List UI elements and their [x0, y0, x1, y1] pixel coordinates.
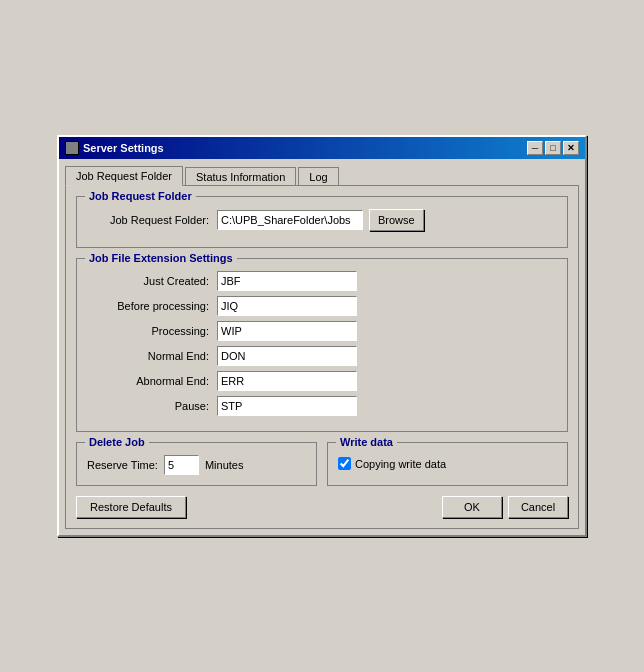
minutes-label: Minutes [205, 459, 244, 471]
job-request-folder-group: Job Request Folder Job Request Folder: B… [76, 196, 568, 248]
abnormal-end-row: Abnormal End: [87, 371, 557, 391]
before-processing-input[interactable] [217, 296, 357, 316]
processing-row: Processing: [87, 321, 557, 341]
title-bar-left: Server Settings [65, 141, 164, 155]
ok-button[interactable]: OK [442, 496, 502, 518]
ok-cancel-buttons: OK Cancel [442, 496, 568, 518]
job-file-extension-group: Job File Extension Settings Just Created… [76, 258, 568, 432]
browse-button[interactable]: Browse [369, 209, 424, 231]
normal-end-input[interactable] [217, 346, 357, 366]
normal-end-row: Normal End: [87, 346, 557, 366]
job-request-folder-content: Job Request Folder: Browse [87, 209, 557, 231]
tab-log[interactable]: Log [298, 167, 338, 186]
cancel-button[interactable]: Cancel [508, 496, 568, 518]
abnormal-end-label: Abnormal End: [87, 375, 217, 387]
processing-label: Processing: [87, 325, 217, 337]
copying-write-data-row: Copying write data [338, 457, 557, 470]
before-processing-row: Before processing: [87, 296, 557, 316]
just-created-row: Just Created: [87, 271, 557, 291]
maximize-button[interactable]: □ [545, 141, 561, 155]
server-settings-window: Server Settings ─ □ ✕ Job Request Folder… [57, 135, 587, 537]
before-processing-label: Before processing: [87, 300, 217, 312]
write-data-group: Write data Copying write data [327, 442, 568, 486]
copying-write-data-checkbox[interactable] [338, 457, 351, 470]
just-created-input[interactable] [217, 271, 357, 291]
job-request-folder-label: Job Request Folder [85, 190, 196, 202]
window-body: Job Request Folder Status Information Lo… [59, 159, 585, 535]
tab-job-request-folder[interactable]: Job Request Folder [65, 166, 183, 186]
window-icon [65, 141, 79, 155]
restore-defaults-button[interactable]: Restore Defaults [76, 496, 186, 518]
title-bar: Server Settings ─ □ ✕ [59, 137, 585, 159]
tab-content: Job Request Folder Job Request Folder: B… [65, 185, 579, 529]
delete-job-label: Delete Job [85, 436, 149, 448]
normal-end-label: Normal End: [87, 350, 217, 362]
window-title: Server Settings [83, 142, 164, 154]
tab-bar: Job Request Folder Status Information Lo… [65, 165, 579, 185]
reserve-time-label: Reserve Time: [87, 459, 158, 471]
minimize-button[interactable]: ─ [527, 141, 543, 155]
reserve-time-row: Reserve Time: Minutes [87, 455, 306, 475]
close-button[interactable]: ✕ [563, 141, 579, 155]
folder-label: Job Request Folder: [87, 214, 217, 226]
processing-input[interactable] [217, 321, 357, 341]
folder-row: Job Request Folder: Browse [87, 209, 557, 231]
pause-row: Pause: [87, 396, 557, 416]
pause-input[interactable] [217, 396, 357, 416]
write-data-label: Write data [336, 436, 397, 448]
title-buttons: ─ □ ✕ [527, 141, 579, 155]
reserve-time-input[interactable] [164, 455, 199, 475]
restore-defaults-area: Restore Defaults [76, 496, 186, 518]
abnormal-end-input[interactable] [217, 371, 357, 391]
pause-label: Pause: [87, 400, 217, 412]
bottom-section: Delete Job Reserve Time: Minutes Write d… [76, 442, 568, 486]
extension-fields: Just Created: Before processing: Process… [87, 271, 557, 416]
job-folder-input[interactable] [217, 210, 363, 230]
bottom-buttons: Restore Defaults OK Cancel [76, 496, 568, 518]
job-file-extension-label: Job File Extension Settings [85, 252, 237, 264]
just-created-label: Just Created: [87, 275, 217, 287]
tab-status-information[interactable]: Status Information [185, 167, 296, 186]
folder-input-row: Browse [217, 209, 424, 231]
copying-write-data-label: Copying write data [355, 458, 446, 470]
delete-job-group: Delete Job Reserve Time: Minutes [76, 442, 317, 486]
